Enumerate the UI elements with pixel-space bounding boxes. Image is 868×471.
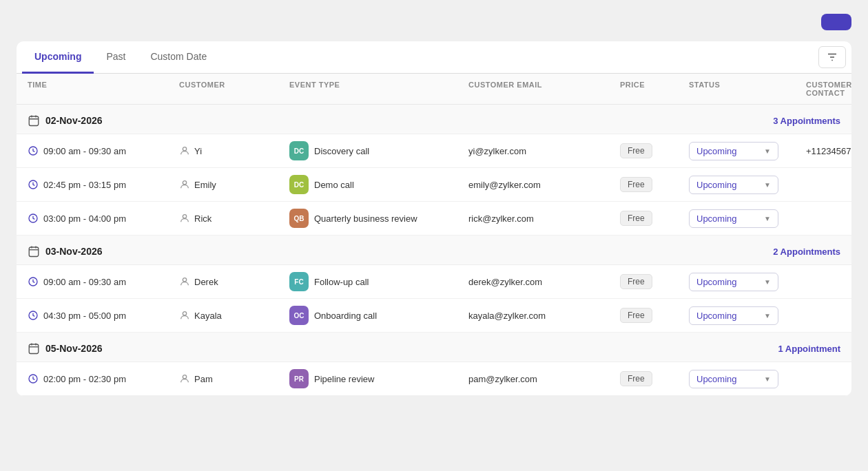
page-header — [17, 14, 851, 30]
email-cell: derek@zylker.com — [468, 277, 620, 287]
event-type-name: Quarterly business review — [314, 213, 417, 224]
price-badge: Free — [620, 211, 652, 226]
chevron-down-icon: ▼ — [764, 181, 771, 189]
status-dropdown[interactable]: Upcoming ▼ — [689, 370, 778, 388]
chevron-down-icon: ▼ — [764, 147, 771, 155]
table-row: 02:45 pm - 03:15 pm Emily DC Demo call e… — [17, 168, 851, 202]
customer-name: Derek — [194, 277, 218, 287]
event-type-name: Discovery call — [314, 146, 369, 156]
event-badge: DC — [289, 175, 309, 194]
time-cell: 03:00 pm - 04:00 pm — [28, 213, 179, 224]
event-type-cell: QB Quarterly business review — [289, 209, 468, 228]
time-value: 03:00 pm - 04:00 pm — [43, 213, 126, 224]
chevron-down-icon: ▼ — [764, 215, 771, 222]
status-value: Upcoming — [696, 146, 737, 156]
status-cell: Upcoming ▼ — [689, 306, 806, 325]
calendar-icon — [28, 342, 40, 355]
customer-name: Rick — [194, 213, 211, 224]
event-badge: DC — [289, 141, 309, 160]
svg-rect-3 — [29, 116, 39, 126]
date-group-row: 03-Nov-20262 Appointments — [17, 236, 851, 265]
price-cell: Free — [620, 177, 689, 192]
status-dropdown[interactable]: Upcoming ▼ — [689, 209, 778, 228]
page-container: UpcomingPastCustom Date TIMECUSTOMEREVEN… — [0, 0, 868, 471]
customer-name: Emily — [194, 180, 216, 190]
status-dropdown[interactable]: Upcoming ▼ — [689, 142, 778, 160]
customer-name: Yi — [194, 146, 202, 156]
clock-icon — [28, 310, 39, 321]
customer-name: Kayala — [194, 311, 222, 321]
status-dropdown[interactable]: Upcoming ▼ — [689, 273, 778, 291]
appointment-count: 1 Appointment — [778, 344, 840, 354]
time-value: 04:30 pm - 05:00 pm — [43, 311, 126, 321]
svg-rect-13 — [29, 247, 39, 257]
time-value: 02:00 pm - 02:30 pm — [43, 374, 126, 384]
status-value: Upcoming — [696, 213, 737, 224]
time-value: 09:00 am - 09:30 am — [43, 146, 126, 156]
tab-past[interactable]: Past — [94, 41, 138, 74]
tab-custom-date[interactable]: Custom Date — [138, 41, 219, 74]
date-group-label: 05-Nov-2026 — [28, 342, 778, 355]
email-cell: kayala@zylker.com — [468, 311, 620, 321]
price-badge: Free — [620, 274, 652, 289]
price-badge: Free — [620, 371, 652, 386]
email-cell: rick@zylker.com — [468, 213, 620, 224]
person-icon — [179, 276, 190, 287]
event-badge: QB — [289, 209, 309, 228]
customer-name: Pam — [194, 374, 213, 384]
event-type-cell: PR Pipeline review — [289, 369, 468, 388]
status-value: Upcoming — [696, 277, 737, 287]
date-group-text: 03-Nov-2026 — [45, 246, 103, 257]
col-header-customer-email: CUSTOMER EMAIL — [468, 81, 620, 97]
customer-cell: Yi — [179, 145, 289, 156]
status-cell: Upcoming ▼ — [689, 370, 806, 388]
svg-point-18 — [183, 278, 186, 282]
date-group-text: 02-Nov-2026 — [45, 115, 103, 126]
table-body: 02-Nov-20263 Appointments 09:00 am - 09:… — [17, 105, 851, 396]
status-cell: Upcoming ▼ — [689, 142, 806, 160]
tab-upcoming[interactable]: Upcoming — [22, 41, 94, 74]
status-cell: Upcoming ▼ — [689, 176, 806, 194]
new-appointment-button[interactable] — [821, 14, 851, 30]
col-header-customer: CUSTOMER — [179, 81, 289, 97]
price-cell: Free — [620, 274, 689, 289]
email-cell: pam@zylker.com — [468, 374, 620, 384]
svg-point-20 — [183, 312, 186, 315]
table-row: 09:00 am - 09:30 am Yi DC Discovery call… — [17, 134, 851, 168]
customer-cell: Emily — [179, 179, 289, 190]
event-type-cell: DC Demo call — [289, 175, 468, 194]
time-cell: 02:45 pm - 03:15 pm — [28, 179, 179, 190]
date-group-row: 02-Nov-20263 Appointments — [17, 105, 851, 134]
date-group-row: 05-Nov-20261 Appointment — [17, 333, 851, 362]
status-value: Upcoming — [696, 180, 737, 190]
appointment-count: 2 Appointments — [773, 247, 840, 257]
status-dropdown[interactable]: Upcoming ▼ — [689, 176, 778, 194]
col-header-time: TIME — [28, 81, 179, 97]
price-cell: Free — [620, 371, 689, 386]
filter-button[interactable] — [818, 46, 846, 68]
calendar-icon — [28, 245, 40, 258]
clock-icon — [28, 213, 39, 224]
event-type-cell: FC Follow-up call — [289, 272, 468, 291]
chevron-down-icon: ▼ — [764, 278, 771, 286]
event-badge: PR — [289, 369, 309, 388]
tabs-row: UpcomingPastCustom Date — [17, 41, 851, 74]
table-row: 02:00 pm - 02:30 pm Pam PR Pipeline revi… — [17, 362, 851, 396]
price-cell: Free — [620, 308, 689, 323]
event-type-cell: OC Onboarding call — [289, 306, 468, 325]
status-cell: Upcoming ▼ — [689, 209, 806, 228]
clock-icon — [28, 373, 39, 384]
person-icon — [179, 373, 190, 384]
event-badge: FC — [289, 272, 309, 291]
person-icon — [179, 213, 190, 224]
svg-point-26 — [183, 375, 186, 379]
status-dropdown[interactable]: Upcoming ▼ — [689, 306, 778, 325]
appointments-table: TIMECUSTOMEREVENT TYPECUSTOMER EMAILPRIC… — [17, 74, 851, 396]
price-badge: Free — [620, 177, 652, 192]
col-header-status: STATUS — [689, 81, 806, 97]
svg-rect-21 — [29, 344, 39, 354]
event-type-name: Follow-up call — [314, 277, 369, 287]
svg-point-8 — [183, 147, 186, 151]
time-cell: 09:00 am - 09:30 am — [28, 276, 179, 287]
contact-cell: +112345678901 — [806, 146, 851, 156]
